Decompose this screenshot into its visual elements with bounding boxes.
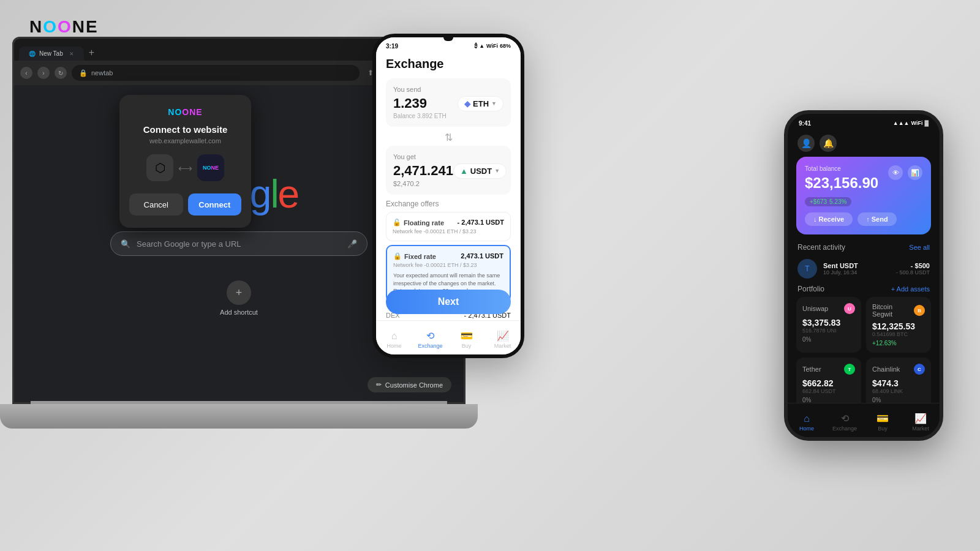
chart-icon[interactable]: 📊 [908, 165, 922, 180]
send-balance: Balance 3.892 ETH [393, 113, 503, 119]
get-section: You get 2,471.241 ▲ USDT ▼ $2,470.2 [386, 146, 511, 195]
uniswap-card[interactable]: Uniswap U $3,375.83 516.7878 UNI 0% [796, 297, 861, 353]
back-btn[interactable]: ‹ [20, 67, 32, 79]
nav-market[interactable]: 📈 Market [484, 326, 521, 349]
p2-home-label: Home [799, 425, 814, 432]
receive-button[interactable]: ↓ Receive [805, 212, 853, 226]
chainlink-badge: C [914, 364, 925, 375]
next-button[interactable]: Next [386, 290, 511, 314]
forward-btn[interactable]: › [37, 67, 50, 79]
p2-market-label: Market [912, 425, 929, 432]
nav-home-label: Home [386, 343, 401, 349]
nav-home[interactable]: ⌂ Home [376, 327, 412, 349]
ph2-wifi-icon: WiFi [911, 120, 923, 126]
connect-buttons: Cancel Connect [129, 193, 241, 216]
p2-nav-market[interactable]: 📈 Market [902, 409, 940, 432]
portfolio-header: Portfolio + Add assets [788, 282, 940, 297]
connect-popup: NOONE Connect to website web.examplewall… [119, 95, 251, 228]
tether-badge: T [844, 364, 855, 375]
uniswap-header: Uniswap U [802, 303, 855, 314]
p2-exchange-icon: ⟲ [841, 413, 849, 424]
activity-item[interactable]: T Sent USDT 10 July, 16:34 - $500 - 500.… [788, 255, 940, 282]
google-search-bar[interactable]: 🔍 Search Google or type a URL 🎤 [110, 231, 368, 256]
portfolio-grid: Uniswap U $3,375.83 516.7878 UNI 0% Bitc… [788, 297, 940, 410]
tether-card[interactable]: Tether T $662.82 662.84 USDT 0% [796, 358, 861, 410]
phone1-bluetooth-icon: ₿ [475, 43, 477, 49]
nav-exchange[interactable]: ⟲ Exchange [412, 326, 448, 349]
tether-header: Tether T [802, 364, 855, 375]
connect-button[interactable]: Connect [188, 193, 242, 216]
activity-name: Sent USDT [823, 262, 890, 269]
see-all-link[interactable]: See all [909, 244, 930, 251]
get-amount: 2,471.241 [393, 163, 453, 179]
p2-nav-exchange[interactable]: ⟲ Exchange [826, 409, 864, 432]
swap-direction-icon[interactable]: ⇅ [386, 132, 511, 143]
offer1-amount: - 2,473.1 USDT [458, 219, 504, 227]
usdt-activity-icon: T [797, 259, 817, 279]
chainlink-card[interactable]: Chainlink C $474.3 68.409 LINK 0% [866, 358, 931, 410]
ph2-bell-icon[interactable]: 🔔 [820, 135, 837, 152]
address-text: newtab [91, 69, 113, 77]
chainlink-amount: $474.3 [872, 378, 925, 388]
exchange-icon: ⟲ [426, 330, 434, 342]
phone1-exchange: 3:19 ₿ ▲ WiFi 68% Exchange You send 1.23… [372, 34, 524, 358]
noone-wallet-icon: NONE [197, 154, 224, 181]
chrome-tab[interactable]: 🌐 New Tab ✕ [19, 47, 84, 61]
cancel-button[interactable]: Cancel [129, 193, 183, 216]
offer1-name: 🔓 Floating rate [393, 219, 444, 227]
bitcoin-header: Bitcoin Segwit B [872, 303, 925, 318]
offers-title: Exchange offers [386, 200, 511, 208]
tether-amount: $662.82 [802, 378, 855, 388]
get-row: 2,471.241 ▲ USDT ▼ [393, 163, 503, 179]
offer1-fee: Network fee -0.00021 ETH / $3.23 [393, 228, 504, 234]
bitcoin-name: Bitcoin Segwit [872, 303, 914, 318]
home-icon: ⌂ [391, 331, 398, 342]
p2-buy-label: Buy [878, 425, 888, 432]
customise-chrome-btn[interactable]: ✏ Customise Chrome [368, 377, 451, 392]
send-label: You send [393, 86, 503, 93]
send-button[interactable]: ↑ Send [858, 212, 896, 226]
get-currency-label: USDT [470, 167, 492, 176]
chainlink-name: Chainlink [872, 365, 900, 373]
balance-card: 👁 📊 Total balance $23,156.90 +$673 5.23%… [796, 157, 931, 234]
bitcoin-card[interactable]: Bitcoin Segwit B $12,325.53 0.541698 BTC… [866, 297, 931, 353]
uniswap-badge: U [844, 303, 855, 314]
new-tab-btn[interactable]: + [89, 47, 94, 61]
lock-closed-icon: 🔒 [393, 252, 402, 260]
ph2-user-icon[interactable]: 👤 [797, 135, 815, 152]
eye-icon[interactable]: 👁 [888, 165, 903, 180]
send-currency-label: ETH [473, 99, 489, 108]
bitcoin-amount: $12,325.53 [872, 321, 925, 331]
activity-token: - 500.8 USDT [896, 269, 930, 276]
search-placeholder: Search Google or type a URL [137, 239, 241, 249]
activity-amount: - $500 - 500.8 USDT [896, 262, 930, 276]
floating-rate-offer[interactable]: 🔓 Floating rate - 2,473.1 USDT Network f… [386, 212, 511, 241]
add-assets-btn[interactable]: + Add assets [891, 285, 930, 293]
uniswap-units: 516.7878 UNI [802, 328, 855, 334]
address-bar[interactable]: 🔒 newtab [72, 65, 360, 81]
chainlink-units: 68.409 LINK [872, 388, 925, 394]
ph2-battery-icon: ▓ [924, 120, 929, 126]
nav-buy[interactable]: 💳 Buy [448, 326, 484, 349]
bitcoin-units: 0.541698 BTC [872, 331, 925, 337]
add-shortcut[interactable]: + Add shortcut [220, 280, 258, 316]
activity-date: 10 July, 16:34 [823, 269, 890, 276]
p2-nav-buy[interactable]: 💳 Buy [864, 409, 902, 432]
get-usd-value: $2,470.2 [393, 180, 503, 187]
uniswap-change: 0% [802, 336, 811, 343]
p2-exchange-label: Exchange [832, 425, 857, 432]
phone1-wifi-icon: WiFi [486, 43, 498, 49]
phone2-home: 9:41 ▲▲▲ WiFi ▓ 👤 🔔 👁 📊 Total balance $2… [784, 110, 943, 441]
mic-icon[interactable]: 🎤 [347, 239, 357, 249]
send-currency-selector[interactable]: ◆ ETH ▼ [458, 96, 503, 111]
phone1-navbar: ⌂ Home ⟲ Exchange 💳 Buy 📈 Market [376, 320, 521, 354]
portfolio-title: Portfolio [797, 285, 824, 293]
reload-btn[interactable]: ↻ [55, 67, 67, 79]
balance-change: +$673 5.23% [805, 197, 851, 206]
phone2-navbar: ⌂ Home ⟲ Exchange 💳 Buy 📈 Market [788, 403, 940, 437]
get-currency-selector[interactable]: ▲ USDT ▼ [453, 163, 507, 179]
phone2-header: 👤 🔔 [788, 132, 940, 157]
p2-nav-home[interactable]: ⌂ Home [788, 410, 826, 432]
send-amount[interactable]: 1.239 [393, 96, 427, 111]
metamask-icon: ⬡ [146, 154, 173, 181]
